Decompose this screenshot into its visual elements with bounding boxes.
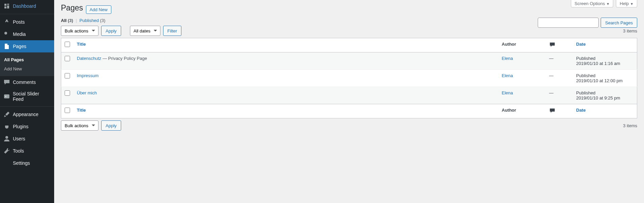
bulk-actions-select-bottom[interactable]: Bulk actions	[61, 120, 98, 131]
chevron-down-icon: ▼	[606, 2, 609, 6]
sidebar-item-pages[interactable]: Pages	[0, 40, 54, 52]
media-icon	[3, 31, 10, 38]
row-comments: —	[546, 70, 573, 87]
row-comments: —	[546, 52, 573, 70]
sidebar-item-appearance[interactable]: Appearance	[0, 108, 54, 120]
row-checkbox[interactable]	[65, 90, 70, 96]
chevron-down-icon: ▼	[630, 2, 634, 6]
sidebar-item-comments[interactable]: Comments	[0, 76, 54, 88]
column-title-foot[interactable]: Title	[77, 108, 86, 113]
filter-all[interactable]: All (3)	[61, 18, 73, 23]
table-row: Über mich Elena — Published2019/01/10 at…	[61, 87, 637, 104]
sidebar-item-label: Plugins	[13, 124, 28, 129]
row-title-suffix: — Privacy Policy Page	[101, 56, 147, 61]
row-title-link[interactable]: Datenschutz	[77, 56, 101, 61]
column-comments-foot[interactable]	[546, 104, 573, 118]
sidebar-item-social-slider-feed[interactable]: Social Slider Feed	[0, 88, 54, 105]
column-title[interactable]: Title	[77, 42, 86, 47]
tablenav-bottom: Bulk actions Apply 3 items	[61, 120, 637, 131]
select-all-checkbox-bottom[interactable]	[65, 108, 70, 113]
items-count-top: 3 items	[623, 28, 637, 33]
sidebar-item-posts[interactable]: Posts	[0, 16, 54, 28]
submenu-item-all-pages[interactable]: All Pages	[0, 55, 54, 64]
row-date: Published2019/01/10 at 9:25 pm	[573, 87, 637, 104]
svg-point-3	[5, 136, 8, 139]
sidebar-item-media[interactable]: Media	[0, 28, 54, 40]
help-button[interactable]: Help▼	[616, 0, 637, 7]
comment-bubble-icon	[549, 42, 555, 48]
row-date: Published2019/01/10 at 12:00 pm	[573, 70, 637, 87]
filter-button[interactable]: Filter	[163, 26, 182, 36]
search-button[interactable]: Search Pages	[601, 18, 637, 28]
main-content: Pages Add New All (3) | Published (3) Se…	[54, 0, 644, 139]
row-author-link[interactable]: Elena	[502, 73, 513, 78]
row-checkbox[interactable]	[65, 73, 70, 78]
screen-options-button[interactable]: Screen Options▼	[571, 0, 614, 7]
page-title: Pages	[61, 3, 83, 13]
column-author: Author	[498, 38, 546, 52]
row-author-link[interactable]: Elena	[502, 56, 513, 61]
search-input[interactable]	[538, 18, 599, 28]
comment-icon	[3, 79, 10, 86]
sidebar-item-users[interactable]: Users	[0, 133, 54, 139]
sidebar-item-dashboard[interactable]: Dashboard	[0, 0, 54, 12]
feed-icon	[3, 93, 10, 100]
column-author-foot: Author	[498, 104, 546, 118]
sidebar-item-label: Users	[13, 136, 25, 139]
sidebar-item-label: Media	[13, 31, 26, 37]
svg-point-2	[5, 96, 6, 97]
row-date: Published2019/01/10 at 1:16 am	[573, 52, 637, 70]
row-comments: —	[546, 87, 573, 104]
svg-rect-1	[4, 94, 9, 98]
select-all-checkbox-top[interactable]	[65, 42, 70, 47]
table-row: Datenschutz — Privacy Policy Page Elena …	[61, 52, 637, 70]
sidebar-item-label: Social Slider Feed	[13, 91, 51, 102]
date-filter-select[interactable]: All dates	[130, 26, 160, 36]
sidebar-item-label: Dashboard	[13, 3, 36, 9]
sidebar-item-plugins[interactable]: Plugins	[0, 120, 54, 133]
plug-icon	[3, 123, 10, 130]
table-row: Impressum Elena — Published2019/01/10 at…	[61, 70, 637, 87]
sidebar-item-label: Comments	[13, 80, 36, 85]
row-checkbox[interactable]	[65, 56, 70, 61]
column-comments[interactable]	[546, 38, 573, 52]
pin-icon	[3, 19, 10, 25]
filter-published[interactable]: Published (3)	[80, 18, 106, 23]
comment-bubble-icon	[549, 108, 555, 114]
top-bar: Screen Options▼ Help▼	[571, 0, 637, 7]
sidebar-item-label: Pages	[13, 44, 26, 49]
sidebar-item-label: Appearance	[13, 112, 39, 117]
page-icon	[3, 43, 10, 50]
bulk-actions-select[interactable]: Bulk actions	[61, 26, 98, 36]
apply-button-bottom[interactable]: Apply	[101, 120, 121, 131]
user-icon	[3, 135, 10, 139]
apply-button[interactable]: Apply	[101, 26, 121, 36]
column-date[interactable]: Date	[576, 42, 586, 47]
pages-table: Title Author Date Datenschutz — Privacy …	[61, 38, 637, 118]
submenu-item-add-new[interactable]: Add New	[0, 64, 54, 73]
row-author-link[interactable]: Elena	[502, 90, 513, 95]
sidebar-item-label: Posts	[13, 19, 25, 25]
admin-sidebar: Dashboard Posts Media Pages All Pages Ad…	[0, 0, 54, 139]
add-new-button[interactable]: Add New	[86, 5, 111, 14]
svg-point-0	[4, 32, 7, 35]
brush-icon	[3, 111, 10, 118]
search-box: Search Pages	[538, 18, 637, 28]
column-date-foot[interactable]: Date	[576, 108, 586, 113]
sidebar-submenu-pages: All Pages Add New	[0, 52, 54, 76]
dashboard-icon	[3, 3, 10, 9]
row-title-link[interactable]: Impressum	[77, 73, 98, 78]
row-title-link[interactable]: Über mich	[77, 90, 97, 95]
items-count-bottom: 3 items	[623, 123, 637, 128]
